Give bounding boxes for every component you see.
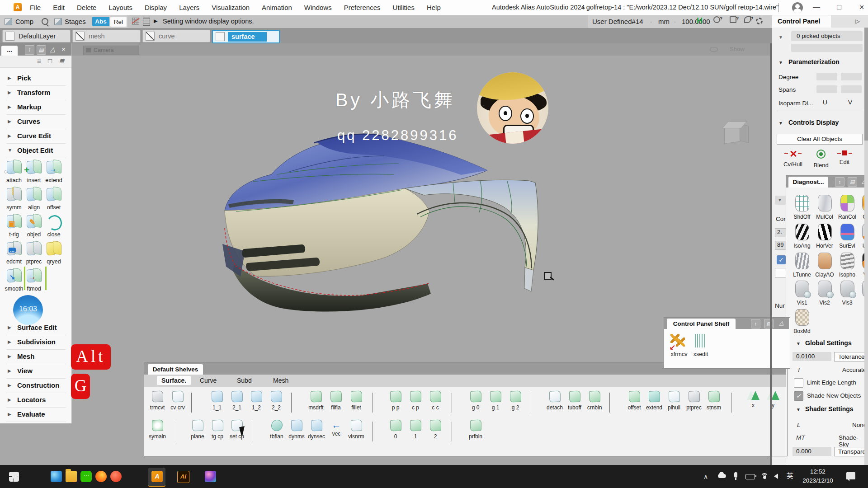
- shelf-tool-ptprec[interactable]: ptprec: [684, 391, 704, 411]
- browser-red-icon[interactable]: [110, 471, 122, 482]
- shelf-tool-2[interactable]: 2: [425, 420, 445, 440]
- shelves-window-tab[interactable]: Default Shelves: [148, 364, 203, 375]
- section-global-settings[interactable]: Global Settings: [805, 339, 852, 347]
- palette-section-view[interactable]: ▶View: [0, 364, 71, 379]
- shader-vis3[interactable]: Vis3: [836, 281, 859, 306]
- shelf-tool-offset[interactable]: offset: [624, 391, 644, 411]
- limit-edge-checkbox[interactable]: [794, 378, 803, 388]
- tool-close[interactable]: close: [43, 212, 65, 238]
- mt-value[interactable]: Shade-Sky: [839, 434, 868, 448]
- menu-display[interactable]: Display: [145, 4, 167, 11]
- history-flag[interactable]: H: [697, 16, 703, 26]
- shader-vis1[interactable]: Vis1: [791, 281, 813, 306]
- shader-surevl[interactable]: SurEvl: [836, 224, 859, 249]
- shelf-tool-x[interactable]: x: [743, 391, 763, 408]
- menu-edit[interactable]: Edit: [53, 4, 65, 11]
- file-explorer-icon[interactable]: [66, 471, 77, 482]
- tool-align[interactable]: align: [23, 185, 45, 211]
- menu-animation[interactable]: Animation: [262, 4, 292, 11]
- layer-visibility-box[interactable]: [216, 32, 225, 41]
- layer-defaultlayer[interactable]: DefaultLayer: [2, 30, 71, 42]
- menu-layouts[interactable]: Layouts: [108, 4, 132, 11]
- blend-toggle[interactable]: Blend: [808, 150, 834, 169]
- shelf-tool-cv-crv[interactable]: cv crv: [168, 391, 188, 411]
- shade-new-checkbox[interactable]: ✓: [794, 391, 803, 401]
- palette-section-surface-edit[interactable]: ▶Surface Edit: [0, 321, 71, 335]
- shelf-tool-2-1[interactable]: 2_1: [227, 391, 247, 411]
- layer-curve[interactable]: curve: [142, 30, 210, 42]
- transparency-value-field[interactable]: 0.000: [793, 447, 831, 456]
- shelf-tool-filfla[interactable]: filfla: [326, 391, 346, 411]
- shader-ltunne[interactable]: LTunne: [791, 253, 813, 278]
- section-arrow[interactable]: ▼: [778, 60, 783, 65]
- section-arrow[interactable]: ▼: [796, 341, 801, 346]
- microphone-icon[interactable]: [734, 472, 737, 478]
- tool-attach[interactable]: ◌attach: [3, 158, 25, 183]
- section-parameterization[interactable]: Parameterization: [788, 58, 840, 66]
- shader-isoang[interactable]: IsoAng: [791, 224, 813, 249]
- shelf-tool-dynms[interactable]: dynms: [287, 420, 307, 440]
- palette-section-markup[interactable]: ▶Markup: [0, 100, 71, 115]
- tool-xfrmcv[interactable]: ↙ xfrmcv: [669, 333, 689, 358]
- shelf-tool-trmcvt[interactable]: trmcvt: [147, 391, 167, 411]
- alias-taskbar-active[interactable]: A: [148, 468, 165, 487]
- layer-visibility-box[interactable]: [146, 32, 155, 41]
- close-icon[interactable]: ×: [59, 45, 68, 54]
- account-avatar-icon[interactable]: [792, 2, 803, 13]
- shader-horver[interactable]: HorVer: [813, 224, 836, 249]
- cp-shelf-tab[interactable]: Control Panel Shelf: [667, 319, 736, 329]
- menu-windows[interactable]: Windows: [304, 4, 332, 11]
- prompt-history-icon[interactable]: [143, 18, 150, 26]
- shader-isopho[interactable]: Isopho: [836, 253, 859, 278]
- shelf-tool-c-c[interactable]: c c: [425, 391, 445, 411]
- shader-clayao[interactable]: ClayAO: [813, 253, 836, 278]
- tab-surface[interactable]: Surface.: [157, 376, 191, 385]
- collapse-icon[interactable]: △: [777, 319, 786, 328]
- units-mm[interactable]: mm: [658, 18, 670, 25]
- spans-v-field[interactable]: [841, 85, 862, 93]
- speaker-icon[interactable]: [774, 474, 778, 479]
- shelf-tool-2-2[interactable]: 2_2: [266, 391, 286, 411]
- accurate-label[interactable]: Accurate: [842, 366, 866, 373]
- tool-objed[interactable]: ✎objed: [23, 212, 45, 238]
- shelf-tool-0[interactable]: 0: [386, 420, 406, 440]
- shelf-tool-plhull[interactable]: plhull: [664, 391, 684, 411]
- shelf-tool-fillet[interactable]: fillet: [346, 391, 366, 411]
- shelf-tool-visnrm[interactable]: visnrm: [346, 420, 366, 440]
- palette-section-pick[interactable]: ▶Pick: [0, 71, 71, 86]
- palette-section-evaluate[interactable]: ▶Evaluate: [0, 408, 71, 422]
- rel-toggle[interactable]: Rel: [110, 17, 127, 27]
- tolerance-value-field[interactable]: 0.0100: [793, 352, 831, 361]
- tab-curve[interactable]: Curve: [195, 376, 221, 385]
- section-arrow[interactable]: ▼: [796, 407, 801, 412]
- layer-mesh[interactable]: mesh: [72, 30, 141, 42]
- bullet-list-icon[interactable]: ≡: [37, 57, 41, 65]
- shader-boxmd[interactable]: BoxMd: [791, 309, 813, 334]
- pin-icon[interactable]: ↕: [25, 45, 34, 55]
- search-icon[interactable]: [42, 18, 48, 25]
- wechat-icon[interactable]: ⋯: [80, 471, 92, 482]
- shelf-tool-1-1[interactable]: 1_1: [207, 391, 227, 411]
- picked-dropdown-arrow[interactable]: ▼: [778, 35, 783, 40]
- isoparm-u[interactable]: U: [823, 99, 827, 106]
- tolerance-dropdown[interactable]: Tolerance: [834, 352, 868, 361]
- comp-button[interactable]: Comp: [15, 18, 33, 25]
- shader-vis2[interactable]: Vis2: [813, 281, 836, 306]
- layer-visibility-box[interactable]: [5, 32, 14, 41]
- shelf-tool-dynsec[interactable]: dynsec: [307, 420, 326, 440]
- firefox-icon[interactable]: [95, 471, 107, 482]
- battery-icon[interactable]: [745, 474, 755, 479]
- tool-edcmt[interactable]: …edcmt: [3, 239, 25, 265]
- palette-section-transform[interactable]: ▶Transform: [0, 86, 71, 100]
- tool-offset[interactable]: offset: [43, 185, 65, 211]
- wifi-icon[interactable]: [760, 473, 768, 479]
- shelf-tool-1-2[interactable]: 1_2: [246, 391, 266, 411]
- palette-tab[interactable]: ...: [1, 46, 18, 56]
- menu-help[interactable]: Help: [427, 4, 441, 11]
- palette-section-object-edit[interactable]: ▼Object Edit: [0, 144, 71, 158]
- layer-visibility-box[interactable]: [75, 32, 85, 41]
- maximize-button[interactable]: □: [831, 2, 847, 13]
- tool-symm[interactable]: ┊symm: [3, 185, 25, 211]
- tool-xsedit[interactable]: xsedit: [690, 333, 711, 358]
- control-panel-tab[interactable]: Control Panel: [772, 15, 831, 28]
